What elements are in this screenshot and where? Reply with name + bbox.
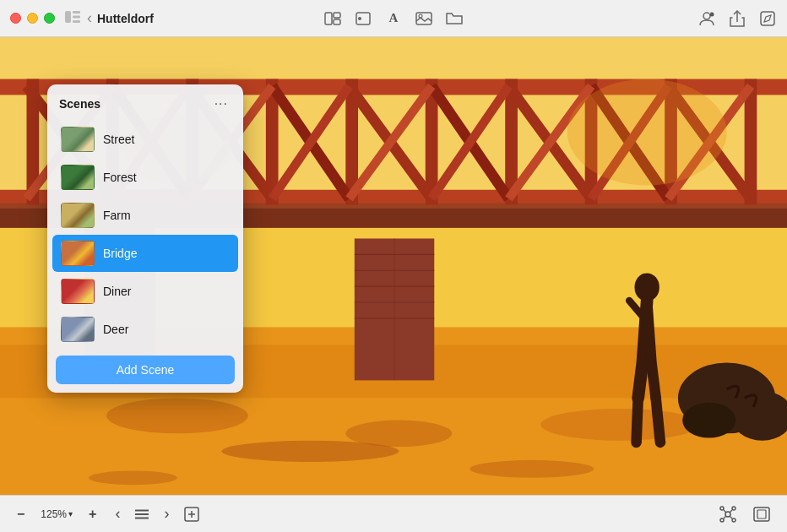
scene-item-bridge[interactable]: Bridge	[52, 235, 238, 272]
scene-thumb-bridge	[61, 241, 95, 266]
right-toolbar	[697, 9, 777, 28]
scene-label-deer: Deer	[103, 323, 128, 336]
scene-item-diner[interactable]: Diner	[52, 273, 238, 310]
scene-label-diner: Diner	[103, 285, 131, 298]
fullscreen-button[interactable]	[748, 504, 775, 524]
scene-thumb-farm	[61, 203, 95, 228]
svg-point-86	[732, 507, 735, 510]
svg-point-20	[540, 409, 700, 441]
titlebar: ‹ Hutteldorf A	[0, 0, 787, 37]
add-frame-button[interactable]	[179, 504, 204, 524]
scenes-more-button[interactable]: ···	[209, 95, 233, 113]
svg-point-74	[682, 403, 735, 438]
svg-rect-5	[334, 13, 340, 18]
scene-thumb-forest	[61, 165, 95, 190]
svg-rect-0	[65, 11, 71, 23]
layers-tool-icon[interactable]	[354, 9, 372, 28]
zoom-in-button[interactable]: +	[84, 504, 101, 524]
svg-rect-4	[325, 13, 332, 24]
traffic-lights	[10, 13, 55, 24]
scene-label-farm: Farm	[103, 209, 131, 222]
svg-rect-6	[334, 19, 340, 24]
collab-icon[interactable]	[697, 9, 716, 28]
svg-line-90	[730, 510, 732, 513]
scene-list-button[interactable]	[130, 507, 154, 522]
close-button[interactable]	[10, 13, 21, 24]
svg-point-87	[720, 518, 724, 522]
svg-rect-3	[73, 20, 80, 23]
scene-list: Street Forest Farm Bridge	[47, 121, 243, 348]
media-tool-icon[interactable]	[415, 9, 433, 28]
scene-label-street: Street	[103, 133, 134, 146]
svg-point-11	[703, 13, 710, 19]
svg-point-18	[106, 398, 248, 433]
text-tool-icon[interactable]: A	[384, 9, 403, 28]
scenes-header: Scenes ···	[47, 84, 243, 120]
scene-item-forest[interactable]: Forest	[52, 159, 238, 196]
maximize-button[interactable]	[44, 13, 55, 24]
node-editor-button[interactable]	[714, 503, 741, 525]
svg-line-89	[724, 510, 726, 513]
svg-rect-13	[761, 12, 774, 25]
scene-thumb-street	[61, 127, 95, 152]
svg-point-85	[720, 507, 724, 510]
svg-point-8	[358, 17, 361, 20]
zoom-value: 125%	[41, 508, 67, 520]
minimize-button[interactable]	[27, 13, 38, 24]
zoom-display[interactable]: 125% ▾	[35, 505, 79, 524]
next-scene-button[interactable]: ›	[159, 502, 174, 525]
layout-tool-icon[interactable]	[323, 9, 342, 28]
svg-rect-94	[757, 510, 766, 518]
canvas-area[interactable]: Scenes ··· Street Forest Farm	[0, 37, 787, 495]
scene-thumb-diner	[61, 279, 95, 304]
svg-point-76	[469, 460, 594, 478]
svg-point-75	[221, 441, 399, 462]
scenes-panel: Scenes ··· Street Forest Farm	[47, 84, 243, 393]
svg-point-88	[732, 518, 735, 522]
add-scene-button[interactable]: Add Scene	[56, 356, 235, 384]
svg-rect-1	[73, 11, 80, 14]
prev-scene-button[interactable]: ‹	[110, 502, 125, 525]
document-title: Hutteldorf	[97, 12, 154, 25]
bottombar: − 125% ▾ + ‹ ›	[0, 495, 787, 532]
sidebar-toggle-icon[interactable]	[65, 11, 80, 26]
share-icon[interactable]	[728, 9, 746, 28]
svg-line-91	[724, 516, 726, 518]
svg-line-92	[730, 516, 732, 518]
svg-point-69	[567, 79, 727, 186]
illustration: Scenes ··· Street Forest Farm	[0, 37, 787, 495]
scene-item-street[interactable]: Street	[52, 121, 238, 158]
svg-point-77	[89, 470, 177, 485]
scene-label-forest: Forest	[103, 171, 137, 184]
zoom-chevron-icon: ▾	[68, 509, 73, 518]
zoom-out-button[interactable]: −	[12, 504, 30, 524]
edit-icon[interactable]	[758, 9, 777, 28]
folder-tool-icon[interactable]	[445, 9, 464, 28]
scene-item-farm[interactable]: Farm	[52, 197, 238, 234]
scene-item-deer[interactable]: Deer	[52, 311, 238, 348]
center-toolbar: A	[323, 9, 464, 28]
scenes-title: Scenes	[59, 97, 100, 111]
scene-thumb-deer	[61, 317, 95, 342]
svg-rect-2	[73, 15, 80, 18]
back-button[interactable]: ‹	[87, 9, 92, 27]
scene-label-bridge: Bridge	[103, 247, 137, 260]
